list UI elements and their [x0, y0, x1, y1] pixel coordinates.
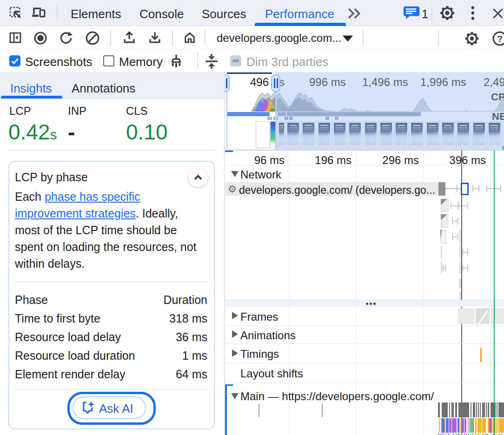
- svg-text:?: ?: [497, 34, 503, 44]
